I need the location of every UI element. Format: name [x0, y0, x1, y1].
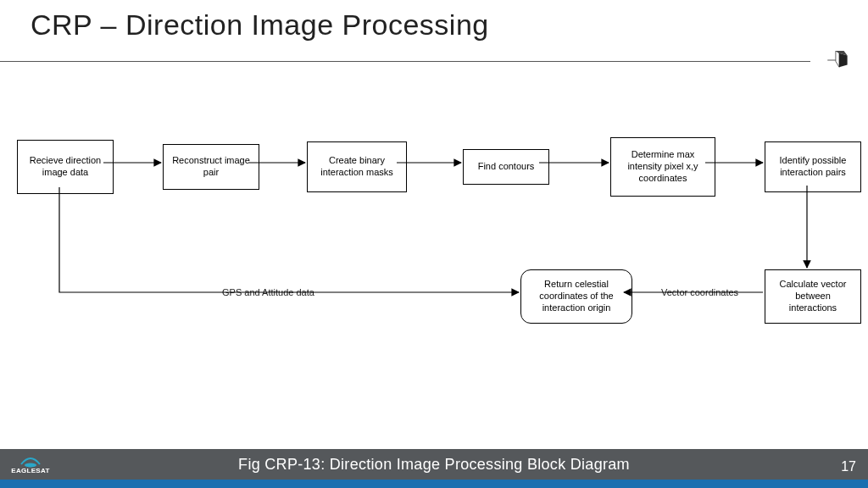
node-return: Return celestial coordinates of the inte… [520, 269, 632, 324]
cube-icon [827, 51, 851, 69]
node-reconstruct: Reconstruct image pair [163, 144, 259, 190]
title-underline [0, 61, 810, 62]
edge-label-gps: GPS and Attitude data [219, 287, 318, 297]
node-calcvector: Calculate vector between interactions [765, 269, 861, 324]
page-title: CRP – Direction Image Processing [31, 8, 489, 42]
page-number: 17 [841, 459, 856, 474]
footer-bar: Fig CRP-13: Direction Image Processing B… [0, 449, 868, 480]
footer-accent [0, 480, 868, 488]
node-masks: Create binary interaction masks [307, 141, 407, 192]
node-identify: Identify possible interaction pairs [765, 141, 861, 192]
logo: EAGLESAT [5, 449, 56, 480]
node-contours: Find contours [463, 149, 549, 185]
figure-caption: Fig CRP-13: Direction Image Processing B… [238, 456, 630, 474]
node-receive: Recieve direction image data [17, 140, 114, 194]
node-maxintensity: Determine max intensity pixel x,y coordi… [610, 137, 715, 197]
edge-label-vector: Vector coordinates [658, 287, 742, 297]
logo-text: EAGLESAT [11, 468, 49, 474]
svg-marker-3 [836, 51, 839, 67]
svg-marker-1 [839, 53, 848, 68]
diagram-arrows [0, 0, 868, 488]
satellite-icon [18, 454, 43, 468]
